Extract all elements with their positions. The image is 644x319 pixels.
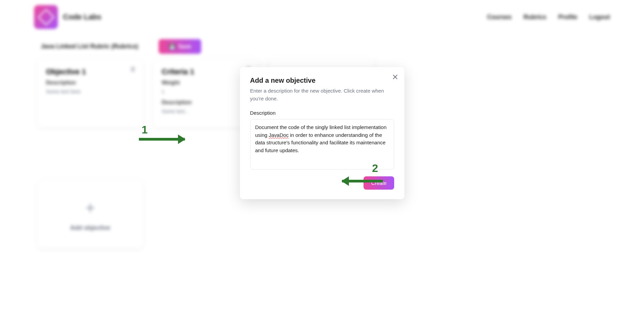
create-button[interactable]: Create: [364, 176, 394, 190]
annotation-label-2: 2: [372, 162, 378, 175]
close-icon: [393, 75, 398, 79]
modal-footer: Create: [250, 176, 394, 190]
close-button[interactable]: [393, 74, 398, 81]
modal-subtitle: Enter a description for the new objectiv…: [250, 87, 394, 102]
annotation-label-1: 1: [142, 124, 148, 136]
annotation-1: 1: [139, 138, 185, 141]
description-label: Description: [250, 110, 394, 116]
modal-title: Add a new objective: [250, 77, 394, 84]
modal-overlay: Add a new objective Enter a description …: [0, 0, 644, 319]
annotation-2: 2: [342, 180, 383, 182]
add-objective-modal: Add a new objective Enter a description …: [240, 67, 404, 199]
spell-error-word: JavaDoc: [269, 132, 289, 138]
